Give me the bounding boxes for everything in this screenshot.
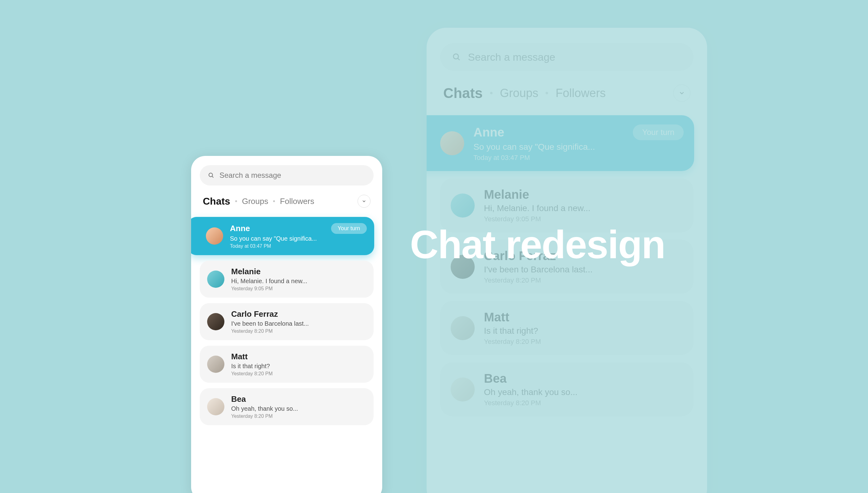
your-turn-badge: Your turn — [633, 125, 684, 140]
search-placeholder: Search a message — [468, 51, 555, 63]
chat-time: Yesterday 8:20 PM — [484, 276, 683, 284]
search-input[interactable]: Search a message — [440, 43, 694, 71]
tab-chats[interactable]: Chats — [443, 85, 483, 101]
avatar — [451, 255, 475, 279]
chat-info: Carlo FerrazI've been to Barcelona last.… — [231, 309, 366, 334]
chat-time: Yesterday 8:20 PM — [484, 338, 683, 346]
chat-time: Yesterday 8:20 PM — [231, 371, 366, 377]
chat-preview: So you can say "Que significa... — [473, 142, 684, 152]
search-input[interactable]: Search a message — [200, 165, 374, 186]
tabs-row: Chats Groups Followers — [440, 84, 694, 102]
phone-mock-large: Search a message Chats Groups Followers … — [427, 28, 707, 493]
chat-preview: So you can say "Que significa... — [230, 235, 367, 242]
chat-item[interactable]: AnneYour turnSo you can say "Que signifi… — [191, 217, 374, 255]
chat-time: Yesterday 8:20 PM — [231, 328, 366, 334]
chat-item[interactable]: Carlo FerrazI've been to Barcelona last.… — [200, 303, 374, 340]
svg-line-1 — [212, 176, 213, 177]
svg-point-2 — [453, 54, 458, 59]
tab-separator-dot — [490, 92, 492, 94]
chat-info: BeaOh yeah, thank you so...Yesterday 8:2… — [484, 371, 683, 407]
avatar — [207, 398, 225, 415]
chat-preview: Oh yeah, thank you so... — [231, 405, 366, 412]
chat-info: AnneYour turnSo you can say "Que signifi… — [230, 223, 367, 249]
chat-item[interactable]: MattIs it that right?Yesterday 8:20 PM — [200, 346, 374, 383]
chat-name: Anne — [473, 125, 504, 139]
avatar — [451, 316, 475, 340]
chat-info: MelanieHi, Melanie. I found a new...Yest… — [484, 188, 683, 223]
tab-followers[interactable]: Followers — [555, 87, 606, 100]
your-turn-badge: Your turn — [331, 223, 367, 234]
chat-name: Anne — [230, 224, 250, 233]
avatar — [440, 131, 464, 155]
chat-item[interactable]: MattIs it that right?Yesterday 8:20 PM — [440, 301, 694, 355]
chat-info: AnneYour turnSo you can say "Que signifi… — [473, 125, 684, 162]
avatar — [451, 378, 475, 402]
chat-preview: Is it that right? — [484, 326, 683, 336]
chat-time: Yesterday 9:05 PM — [231, 286, 366, 292]
chat-preview: Hi, Melanie. I found a new... — [231, 278, 366, 285]
chat-name: Bea — [231, 394, 246, 404]
tabs-more-button[interactable] — [673, 84, 691, 102]
chat-time: Yesterday 8:20 PM — [484, 399, 683, 407]
chat-info: BeaOh yeah, thank you so...Yesterday 8:2… — [231, 394, 366, 419]
chat-name: Matt — [231, 352, 248, 361]
search-icon — [452, 52, 461, 62]
search-icon — [208, 172, 214, 179]
chat-item[interactable]: BeaOh yeah, thank you so...Yesterday 8:2… — [200, 388, 374, 425]
chat-preview: Oh yeah, thank you so... — [484, 387, 683, 397]
tab-chats[interactable]: Chats — [203, 196, 230, 207]
avatar — [451, 193, 475, 217]
chat-item[interactable]: Carlo FerrazI've been to Barcelona last.… — [440, 240, 694, 294]
tab-groups[interactable]: Groups — [242, 197, 268, 206]
chat-item[interactable]: MelanieHi, Melanie. I found a new...Yest… — [440, 178, 694, 232]
chat-name: Carlo Ferraz — [231, 309, 278, 319]
chat-name: Matt — [484, 310, 509, 324]
chat-name: Melanie — [231, 267, 260, 276]
tab-separator-dot — [235, 200, 237, 202]
chat-item[interactable]: AnneYour turnSo you can say "Que signifi… — [427, 115, 694, 171]
chat-name: Melanie — [484, 188, 529, 201]
tab-groups[interactable]: Groups — [500, 87, 538, 100]
avatar — [207, 313, 225, 330]
search-placeholder: Search a message — [219, 171, 281, 180]
avatar — [207, 356, 225, 373]
chat-time: Yesterday 9:05 PM — [484, 215, 683, 223]
avatar — [206, 228, 223, 245]
phone-mock-small: Search a message Chats Groups Followers … — [191, 156, 382, 493]
chat-info: MattIs it that right?Yesterday 8:20 PM — [484, 310, 683, 346]
chat-info: MattIs it that right?Yesterday 8:20 PM — [231, 352, 366, 377]
chat-info: MelanieHi, Melanie. I found a new...Yest… — [231, 267, 366, 292]
chat-time: Today at 03:47 PM — [230, 243, 367, 249]
chat-preview: I've been to Barcelona last... — [484, 265, 683, 275]
svg-line-3 — [458, 58, 460, 60]
avatar — [207, 271, 225, 288]
tab-followers[interactable]: Followers — [280, 197, 314, 206]
chat-list-large: AnneYour turnSo you can say "Que signifi… — [440, 115, 694, 416]
chat-name: Bea — [484, 371, 506, 385]
tabs-more-button[interactable] — [358, 195, 371, 208]
chat-list-small: AnneYour turnSo you can say "Que signifi… — [200, 217, 374, 425]
chat-time: Yesterday 8:20 PM — [231, 413, 366, 419]
svg-point-0 — [209, 173, 213, 177]
chat-item[interactable]: BeaOh yeah, thank you so...Yesterday 8:2… — [440, 362, 694, 416]
chat-name: Carlo Ferraz — [484, 249, 556, 263]
chat-preview: Hi, Melanie. I found a new... — [484, 203, 683, 213]
chat-info: Carlo FerrazI've been to Barcelona last.… — [484, 249, 683, 284]
chat-item[interactable]: MelanieHi, Melanie. I found a new...Yest… — [200, 261, 374, 298]
chat-preview: Is it that right? — [231, 363, 366, 370]
tab-separator-dot — [546, 92, 548, 94]
tab-separator-dot — [273, 200, 275, 202]
tabs-row: Chats Groups Followers — [200, 195, 374, 208]
chat-preview: I've been to Barcelona last... — [231, 320, 366, 327]
chat-time: Today at 03:47 PM — [473, 154, 684, 162]
